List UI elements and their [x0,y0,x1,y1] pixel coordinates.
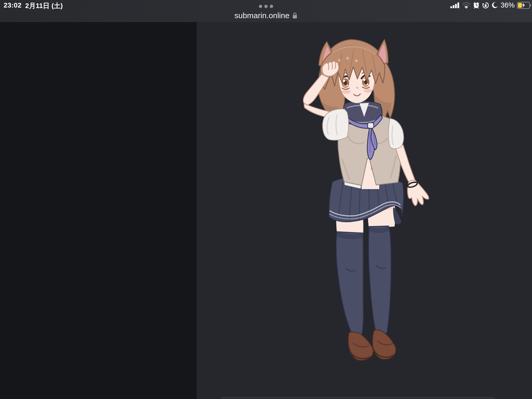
cellular-signal-icon [450,1,460,9]
bottom-tab-bar-peek[interactable] [221,397,495,399]
sidebar-panel [0,22,197,399]
battery-percent: 36% [501,1,515,9]
multitask-dot [264,5,268,8]
lock-icon [292,12,297,19]
blush-right [364,89,373,93]
wifi-icon [462,2,470,9]
status-date: 2月11日 (土) [25,1,63,10]
legs [336,200,396,360]
sleeve-right [388,118,404,149]
multitask-dots[interactable] [259,5,273,8]
nose [357,87,358,88]
url-text[interactable]: submarin.online [235,11,290,20]
status-icons: 36% [450,1,530,9]
moon-icon [491,2,498,9]
character-illustration [294,36,439,366]
address-bar[interactable]: submarin.online [0,11,532,21]
hand-pointing [408,180,429,206]
battery-icon [517,2,530,9]
browser-chrome: 23:02 2月11日 (土) [0,0,532,22]
orientation-lock-icon [482,2,489,9]
clock: 23:02 [4,1,22,9]
blush-left [342,90,351,94]
charging-bolt-icon [521,2,526,8]
safari-window: 23:02 2月11日 (土) [0,0,532,399]
shoes [348,330,396,360]
multitask-dot [259,5,262,8]
multitask-dot [270,5,273,8]
alarm-icon [473,2,480,9]
